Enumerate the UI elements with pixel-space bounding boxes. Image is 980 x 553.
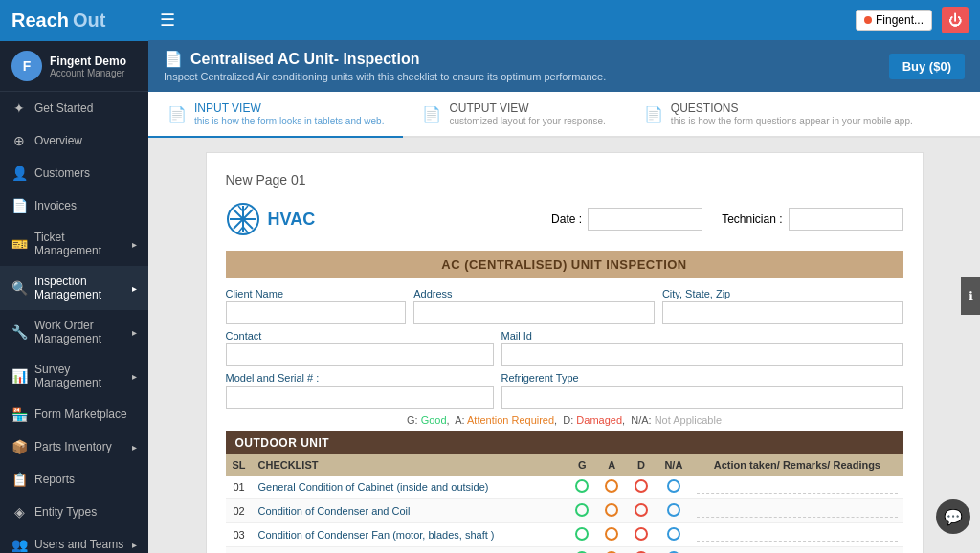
refrigerant-input[interactable] — [501, 386, 903, 409]
remarks-cell[interactable] — [691, 499, 902, 523]
col-checklist: CHECKLIST — [253, 454, 568, 476]
legend-attention: Attention Required — [467, 414, 554, 426]
users-icon: 👥 — [11, 537, 27, 552]
sidebar-item-work-order[interactable]: 🔧 Work Order Management ▸ — [0, 310, 148, 354]
radio-damaged[interactable] — [627, 547, 657, 554]
checklist-sl: 02 — [226, 499, 253, 523]
customers-icon: 👤 — [11, 166, 27, 181]
expand-icon: ▸ — [132, 442, 137, 453]
tab-output-view[interactable]: 📄 OUTPUT VIEW customized layout for your… — [403, 92, 624, 138]
radio-attention[interactable] — [597, 523, 627, 547]
contact-label: Contact — [226, 330, 494, 342]
sidebar-item-reports[interactable]: 📋 Reports — [0, 463, 148, 496]
sidebar: Reach Out F Fingent Demo Account Manager… — [0, 0, 148, 553]
tab-input-label: INPUT VIEW — [194, 101, 384, 115]
sidebar-item-entity-types[interactable]: ◈ Entity Types — [0, 496, 148, 528]
radio-good[interactable] — [568, 476, 597, 499]
sidebar-item-form-marketplace[interactable]: 🏪 Form Marketplace — [0, 398, 148, 431]
technician-input[interactable] — [789, 208, 903, 231]
tab-questions[interactable]: 📄 QUESTIONS this is how the form questio… — [625, 92, 932, 138]
fingent-badge[interactable]: Fingent... — [856, 10, 932, 31]
remarks-input[interactable] — [697, 505, 897, 518]
address-label: Address — [413, 288, 655, 299]
city-input[interactable] — [662, 301, 903, 324]
legend-na-prefix: N/A: — [631, 414, 654, 426]
app-logo[interactable]: Reach Out — [0, 0, 148, 41]
sidebar-item-get-started[interactable]: ✦ Get Started — [0, 92, 148, 124]
profile-role: Account Manager — [50, 68, 126, 78]
radio-attention[interactable] — [597, 476, 627, 499]
overview-icon: ⊕ — [11, 133, 27, 148]
sidebar-item-ticket-management[interactable]: 🎫 Ticket Management ▸ — [0, 222, 148, 266]
radio-na[interactable] — [657, 476, 692, 499]
sidebar-item-users-teams[interactable]: 👥 Users and Teams ▸ — [0, 528, 148, 553]
legend-na: Not Applicable — [655, 414, 722, 426]
sidebar-item-label: Overview — [34, 134, 82, 147]
sidebar-item-invoices[interactable]: 📄 Invoices — [0, 189, 148, 222]
client-name-input[interactable] — [226, 301, 407, 324]
logo-out: Out — [73, 10, 105, 32]
radio-attention[interactable] — [597, 547, 627, 554]
tab-input-view[interactable]: 📄 INPUT VIEW this is how the form looks … — [148, 92, 403, 138]
hamburger-button[interactable]: ☰ — [160, 10, 175, 31]
tab-input-sublabel: this is how the form looks in tablets an… — [194, 116, 384, 126]
expand-icon: ▸ — [132, 371, 137, 382]
radio-attention[interactable] — [597, 499, 627, 523]
remarks-cell[interactable] — [691, 523, 902, 547]
power-button[interactable]: ⏻ — [942, 7, 969, 33]
radio-good[interactable] — [568, 547, 597, 554]
col-na: N/A — [657, 454, 692, 476]
buy-button[interactable]: Buy ($0) — [889, 54, 965, 79]
radio-good[interactable] — [568, 523, 597, 547]
form-row-3: Model and Serial # : Refrigerent Type — [226, 372, 903, 409]
mail-input[interactable] — [501, 343, 903, 366]
radio-damaged[interactable] — [627, 476, 657, 499]
sidebar-item-survey[interactable]: 📊 Survey Management ▸ — [0, 354, 148, 398]
checklist-sl: 03 — [226, 523, 253, 547]
radio-damaged[interactable] — [627, 499, 657, 523]
tab-questions-label: QUESTIONS — [671, 101, 913, 115]
sidebar-item-customers[interactable]: 👤 Customers — [0, 157, 148, 189]
legend-g-prefix: G: — [407, 414, 421, 426]
legend-damaged: Damaged — [576, 414, 622, 426]
info-button[interactable]: ℹ — [961, 276, 980, 315]
sidebar-item-parts-inventory[interactable]: 📦 Parts Inventory ▸ — [0, 431, 148, 463]
hvac-snowflake-icon — [226, 202, 260, 236]
marketplace-icon: 🏪 — [11, 407, 27, 422]
sidebar-item-overview[interactable]: ⊕ Overview — [0, 124, 148, 157]
date-input[interactable] — [588, 208, 702, 231]
refrigerant-field: Refrigerent Type — [501, 372, 903, 409]
remarks-input[interactable] — [697, 529, 897, 542]
tab-input-icon: 📄 — [167, 105, 187, 123]
fingent-dot — [864, 16, 872, 24]
view-tabs: 📄 INPUT VIEW this is how the form looks … — [148, 92, 980, 138]
radio-na[interactable] — [657, 547, 692, 554]
hvac-header: HVAC Date : Technician : — [226, 202, 903, 236]
chat-button[interactable]: 💬 — [936, 499, 970, 534]
model-input[interactable] — [226, 386, 494, 409]
radio-damaged[interactable] — [627, 523, 657, 547]
hvac-label: HVAC — [268, 210, 316, 230]
remarks-cell[interactable] — [691, 476, 902, 499]
col-d: D — [627, 454, 657, 476]
contact-input[interactable] — [226, 343, 494, 366]
main-area: ☰ Fingent... ⏻ 📄 Centralised AC Unit- In… — [148, 0, 980, 553]
technician-label: Technician : — [722, 212, 782, 226]
sidebar-item-inspection-management[interactable]: 🔍 Inspection Management ▸ — [0, 266, 148, 310]
contact-field: Contact — [226, 330, 494, 366]
table-row: 04 Condition of Sight Glass moisture ind… — [226, 547, 903, 554]
entity-icon: ◈ — [11, 504, 27, 520]
model-label: Model and Serial # : — [226, 372, 494, 384]
mail-label: Mail Id — [501, 330, 903, 342]
radio-na[interactable] — [657, 523, 692, 547]
sidebar-item-label: Get Started — [34, 101, 93, 115]
remarks-input[interactable] — [697, 481, 897, 494]
remarks-cell[interactable] — [691, 547, 902, 554]
address-input[interactable] — [413, 301, 655, 324]
profile-section: F Fingent Demo Account Manager — [0, 41, 148, 92]
radio-good[interactable] — [568, 499, 597, 523]
sidebar-item-label: Work Order Management — [34, 319, 124, 345]
radio-na[interactable] — [657, 499, 692, 523]
form-section-title: AC (CENTRALISED) UNIT INSPECTION — [226, 251, 903, 278]
star-icon: ✦ — [11, 100, 27, 116]
